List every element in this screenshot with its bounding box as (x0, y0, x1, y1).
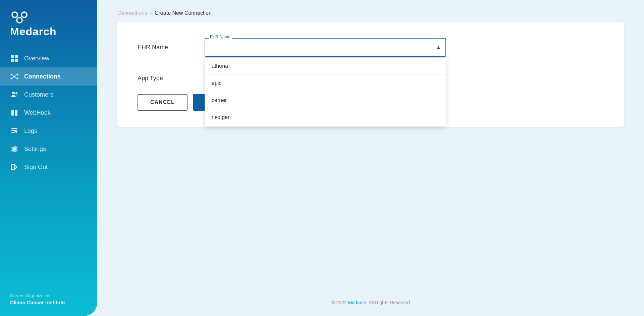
ehr-name-label: EHR Name (138, 38, 191, 51)
ehr-name-select[interactable] (205, 38, 446, 57)
svg-rect-22 (15, 110, 17, 116)
connections-icon (10, 72, 19, 81)
footer: © 2022 Medarch. All Rights Reserved (97, 289, 644, 316)
dropdown-item-epic[interactable]: epic (205, 75, 446, 92)
svg-rect-24 (11, 130, 17, 131)
sidebar-item-settings[interactable]: Settings (0, 140, 97, 158)
sidebar-item-webhook-label: WebHook (24, 109, 51, 116)
breadcrumb-parent[interactable]: Connections (117, 10, 147, 16)
dropdown-item-athena[interactable]: athena (205, 58, 446, 75)
svg-rect-21 (11, 110, 14, 116)
cancel-button[interactable]: CANCEL (138, 94, 187, 111)
grid-icon (10, 54, 19, 63)
svg-line-16 (15, 75, 17, 76)
sidebar-logo: Medarch (0, 0, 97, 46)
customers-icon (10, 90, 19, 99)
breadcrumb-current: Create New Connection (155, 10, 212, 16)
svg-rect-8 (11, 59, 14, 62)
svg-rect-23 (11, 128, 17, 129)
ehr-name-row: EHR Name EHR Name ▲ athena epic cerner n… (138, 38, 604, 57)
brand-name: Medarch (10, 25, 57, 38)
svg-line-18 (15, 77, 17, 78)
ehr-name-float-label: EHR Name (209, 35, 232, 39)
sidebar-item-overview-label: Overview (24, 55, 49, 62)
create-connection-form: EHR Name EHR Name ▲ athena epic cerner n… (117, 22, 624, 127)
signout-icon (10, 163, 19, 171)
sidebar-item-customers-label: Customers (24, 91, 53, 98)
sidebar-item-webhook[interactable]: WebHook (0, 104, 97, 122)
ehr-name-dropdown-list: athena epic cerner nextgen (205, 57, 446, 126)
sidebar-item-customers[interactable]: Customers (0, 86, 97, 104)
webhook-icon (10, 108, 19, 117)
ehr-name-field-wrap: EHR Name ▲ athena epic cerner nextgen (205, 38, 446, 57)
svg-rect-7 (15, 55, 18, 58)
app-type-label: App Type (138, 69, 191, 82)
sidebar-nav: Overview Connections Customers WebHook (0, 46, 97, 285)
sidebar-footer: Current Organization Cliano Cancer Insti… (0, 285, 97, 316)
svg-point-3 (13, 13, 17, 17)
footer-link[interactable]: Medarch (348, 300, 366, 305)
sidebar-item-overview[interactable]: Overview (0, 49, 97, 67)
sidebar: Medarch Overview Connections Customers (0, 0, 97, 316)
svg-point-5 (17, 18, 21, 22)
svg-line-17 (12, 77, 14, 78)
breadcrumb-separator: › (150, 9, 152, 16)
sidebar-item-logs-label: Logs (24, 127, 37, 135)
sidebar-item-settings-label: Settings (24, 146, 46, 153)
logo-icon (10, 11, 29, 24)
footer-text: © 2022 Medarch. All Rights Reserved (331, 300, 410, 305)
sidebar-item-connections[interactable]: Connections (0, 67, 97, 86)
svg-line-15 (12, 75, 14, 76)
settings-icon (10, 145, 19, 153)
svg-rect-9 (15, 59, 18, 62)
svg-point-10 (13, 75, 15, 77)
svg-point-4 (22, 13, 26, 17)
svg-rect-6 (11, 55, 14, 58)
sidebar-item-signout-label: Sign Out (24, 164, 48, 171)
logs-icon (10, 126, 19, 135)
sidebar-item-signout[interactable]: Sign Out (0, 158, 97, 176)
svg-rect-25 (11, 132, 15, 133)
svg-point-19 (12, 92, 15, 94)
org-label: Current Organization (10, 293, 87, 298)
main-content: Connections › Create New Connection EHR … (97, 0, 644, 316)
org-name: Cliano Cancer Institute (10, 300, 87, 305)
svg-point-20 (15, 92, 17, 94)
sidebar-item-logs[interactable]: Logs (0, 122, 97, 140)
dropdown-item-cerner[interactable]: cerner (205, 92, 446, 109)
breadcrumb: Connections › Create New Connection (97, 0, 644, 22)
dropdown-item-nextgen[interactable]: nextgen (205, 109, 446, 126)
sidebar-item-connections-label: Connections (24, 73, 61, 80)
ehr-name-select-container: EHR Name ▲ athena epic cerner nextgen (205, 38, 446, 57)
